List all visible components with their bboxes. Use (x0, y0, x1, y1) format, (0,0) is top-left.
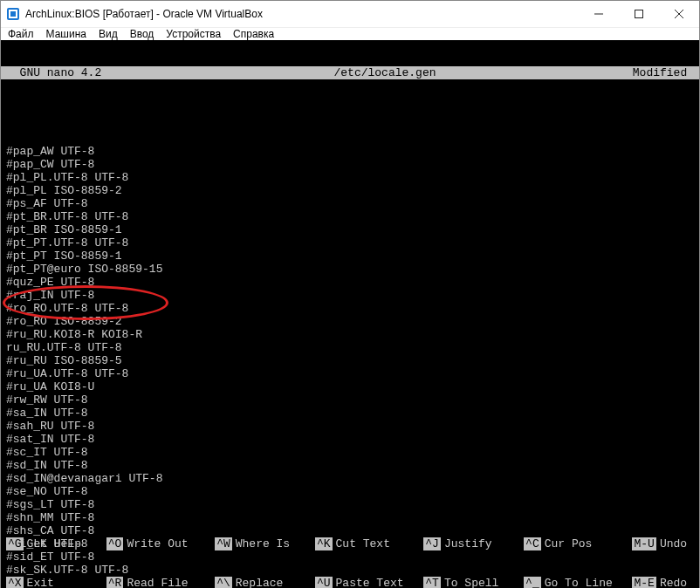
label-justify: Justify (444, 537, 492, 550)
label-paste: Paste Text (336, 577, 404, 588)
editor-line[interactable]: #sc_IT UTF-8 (6, 446, 699, 459)
nano-filename: /etc/locale.gen (175, 66, 594, 79)
key-exit: ^X (6, 577, 24, 588)
key-paste: ^U (315, 577, 333, 588)
label-redo: Redo (660, 577, 687, 588)
label-help: Get Help (27, 537, 81, 550)
nano-version: GNU nano 4.2 (1, 66, 175, 79)
editor-line[interactable]: #pap_AW UTF-8 (6, 145, 699, 158)
editor-line[interactable]: #sd_IN UTF-8 (6, 459, 699, 472)
label-undo: Undo (660, 537, 687, 550)
editor-line[interactable]: #ru_RU.KOI8-R KOI8-R (6, 328, 699, 341)
editor-line[interactable]: #sgs_LT UTF-8 (6, 498, 699, 511)
editor-line[interactable]: #sat_IN UTF-8 (6, 433, 699, 446)
key-help: ^G (6, 537, 24, 550)
key-curpos: ^C (524, 537, 541, 550)
menu-machine[interactable]: Машина (46, 28, 86, 40)
editor-line[interactable]: #pl_PL.UTF-8 UTF-8 (6, 171, 699, 184)
menu-bar: Файл Машина Вид Ввод Устройства Справка (1, 27, 699, 40)
nano-modified-status: Modified (594, 66, 699, 79)
label-gotoline: Go To Line (545, 577, 613, 588)
menu-input[interactable]: Ввод (130, 28, 154, 40)
titlebar: ArchLinux:BIOS [Работает] - Oracle VM Vi… (1, 1, 699, 27)
key-spell: ^T (423, 577, 441, 588)
editor-line[interactable]: #pt_BR ISO-8859-1 (6, 223, 699, 236)
editor-line[interactable]: #ru_UA.UTF-8 UTF-8 (6, 367, 699, 380)
editor-line[interactable]: #raj_IN UTF-8 (6, 289, 699, 302)
editor-line[interactable]: #ro_RO ISO-8859-2 (6, 315, 699, 328)
editor-line[interactable]: #pap_CW UTF-8 (6, 158, 699, 171)
editor-line[interactable]: #quz_PE UTF-8 (6, 276, 699, 289)
label-readfile: Read File (127, 577, 188, 588)
minimize-button[interactable] (579, 1, 619, 27)
vm-window: ArchLinux:BIOS [Работает] - Oracle VM Vi… (0, 0, 700, 588)
editor-line[interactable]: #pl_PL ISO-8859-2 (6, 184, 699, 197)
label-whereis: Where Is (236, 537, 290, 550)
editor-line[interactable]: #pt_PT@euro ISO-8859-15 (6, 263, 699, 276)
label-cut: Cut Text (336, 537, 390, 550)
menu-devices[interactable]: Устройства (166, 28, 221, 40)
nano-editor-area[interactable]: #pap_AW UTF-8#pap_CW UTF-8#pl_PL.UTF-8 U… (1, 106, 699, 577)
maximize-button[interactable] (619, 1, 659, 27)
key-redo: M-E (632, 577, 655, 588)
editor-line[interactable]: #sa_IN UTF-8 (6, 407, 699, 420)
shortcut-row-2: ^XExit ^RRead File ^\Replace ^UPaste Tex… (6, 577, 699, 588)
menu-view[interactable]: Вид (99, 28, 118, 40)
svg-rect-2 (10, 11, 16, 17)
nano-header: GNU nano 4.2 /etc/locale.gen Modified (1, 66, 699, 79)
vm-display[interactable]: GNU nano 4.2 /etc/locale.gen Modified #p… (1, 40, 699, 588)
nano-shortcuts: ^GGet Help ^OWrite Out ^WWhere Is ^KCut … (1, 511, 699, 588)
editor-line[interactable]: #se_NO UTF-8 (6, 485, 699, 498)
label-curpos: Cur Pos (545, 537, 593, 550)
shortcut-row-1: ^GGet Help ^OWrite Out ^WWhere Is ^KCut … (6, 537, 699, 550)
label-writeout: Write Out (127, 537, 188, 550)
editor-line[interactable]: #ru_UA KOI8-U (6, 380, 699, 393)
menu-help[interactable]: Справка (233, 28, 274, 40)
editor-line[interactable]: #ru_RU ISO-8859-5 (6, 354, 699, 367)
editor-line[interactable]: #ps_AF UTF-8 (6, 197, 699, 210)
editor-line[interactable]: #sah_RU UTF-8 (6, 420, 699, 433)
editor-line[interactable]: #rw_RW UTF-8 (6, 393, 699, 407)
key-readfile: ^R (106, 577, 124, 588)
key-undo: M-U (632, 537, 655, 550)
label-exit: Exit (27, 577, 54, 588)
label-spell: To Spell (444, 577, 498, 588)
editor-line[interactable]: #ro_RO.UTF-8 UTF-8 (6, 302, 699, 315)
svg-rect-4 (635, 10, 643, 18)
label-replace: Replace (236, 577, 284, 588)
editor-line[interactable]: #pt_PT ISO-8859-1 (6, 250, 699, 263)
editor-line[interactable]: #pt_PT.UTF-8 UTF-8 (6, 236, 699, 250)
window-controls (579, 1, 699, 27)
key-replace: ^\ (215, 577, 232, 588)
virtualbox-logo-icon (6, 7, 20, 21)
key-whereis: ^W (215, 537, 232, 550)
key-cut: ^K (315, 537, 333, 550)
menu-file[interactable]: Файл (8, 28, 34, 40)
close-button[interactable] (659, 1, 699, 27)
key-writeout: ^O (106, 537, 124, 550)
editor-line[interactable]: #sd_IN@devanagari UTF-8 (6, 472, 699, 485)
key-justify: ^J (423, 537, 441, 550)
key-gotoline: ^_ (524, 577, 541, 588)
editor-line[interactable]: #pt_BR.UTF-8 UTF-8 (6, 210, 699, 223)
window-title: ArchLinux:BIOS [Работает] - Oracle VM Vi… (25, 8, 579, 20)
editor-line[interactable]: ru_RU.UTF-8 UTF-8 (6, 341, 699, 354)
